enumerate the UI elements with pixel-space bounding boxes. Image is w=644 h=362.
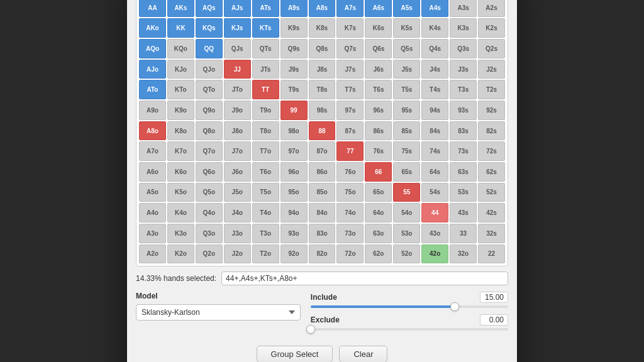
hand-cell-K3s[interactable]: K3s [450,18,477,38]
hand-cell-J6o[interactable]: J6o [224,162,251,182]
hand-cell-84s[interactable]: 84s [421,121,448,141]
hand-cell-64s[interactable]: 64s [421,162,448,182]
hand-cell-K5o[interactable]: K5o [167,183,194,202]
hand-cell-J4s[interactable]: J4s [421,60,448,79]
hand-cell-86o[interactable]: 86o [309,162,336,182]
hand-cell-72o[interactable]: 72o [336,244,364,264]
hand-cell-98s[interactable]: 98s [309,101,336,120]
hand-cell-Q5s[interactable]: Q5s [393,39,420,58]
hand-cell-T4s[interactable]: T4s [421,80,448,99]
hand-cell-T6s[interactable]: T6s [365,80,392,99]
hand-cell-ATo[interactable]: ATo [139,80,166,99]
hand-cell-T4o[interactable]: T4o [252,203,279,222]
hand-cell-J7o[interactable]: J7o [224,141,251,161]
hand-cell-K9s[interactable]: K9s [280,18,308,38]
hand-cell-K7s[interactable]: K7s [336,18,364,38]
hand-cell-Q3o[interactable]: Q3o [196,224,223,243]
hand-cell-KTo[interactable]: KTo [167,80,194,99]
hand-cell-22[interactable]: 22 [478,244,505,264]
hand-cell-J2s[interactable]: J2s [478,60,505,79]
hand-cell-T5o[interactable]: T5o [252,183,279,202]
hand-cell-J2o[interactable]: J2o [224,244,251,264]
hand-cell-JTo[interactable]: JTo [224,80,251,99]
hand-cell-KJs[interactable]: KJs [224,18,251,38]
hand-cell-Q6s[interactable]: Q6s [365,39,392,58]
hand-cell-85o[interactable]: 85o [309,183,336,202]
hand-cell-ATs[interactable]: ATs [252,0,279,17]
hand-cell-J8s[interactable]: J8s [309,60,336,79]
hand-cell-A4o[interactable]: A4o [139,203,166,222]
hand-cell-43o[interactable]: 43o [421,224,448,243]
hand-cell-73s[interactable]: 73s [450,141,477,161]
hand-cell-T7o[interactable]: T7o [252,141,279,161]
hand-cell-73o[interactable]: 73o [336,224,364,243]
hand-cell-K4o[interactable]: K4o [167,203,194,222]
hand-cell-A4s[interactable]: A4s [421,0,448,17]
hand-cell-AQs[interactable]: AQs [196,0,223,17]
hand-cell-J3o[interactable]: J3o [224,224,251,243]
hand-cell-54s[interactable]: 54s [421,183,448,202]
hand-cell-93s[interactable]: 93s [450,101,477,120]
hand-cell-54o[interactable]: 54o [393,203,420,222]
hand-cell-99[interactable]: 99 [280,101,308,120]
hand-cell-Q4s[interactable]: Q4s [421,39,448,58]
hand-cell-Q9o[interactable]: Q9o [196,101,223,120]
hand-cell-KJo[interactable]: KJo [167,60,194,79]
hand-cell-T3s[interactable]: T3s [450,80,477,99]
hand-cell-Q9s[interactable]: Q9s [280,39,308,58]
hand-cell-75o[interactable]: 75o [336,183,364,202]
hand-cell-72s[interactable]: 72s [478,141,505,161]
hand-cell-Q7o[interactable]: Q7o [196,141,223,161]
hand-cell-A9o[interactable]: A9o [139,101,166,120]
hand-cell-74s[interactable]: 74s [421,141,448,161]
hand-cell-T9s[interactable]: T9s [280,80,308,99]
hand-cell-A9s[interactable]: A9s [280,0,308,17]
hand-cell-76o[interactable]: 76o [336,162,364,182]
hand-cell-95s[interactable]: 95s [393,101,420,120]
hand-cell-K6o[interactable]: K6o [167,162,194,182]
hand-cell-77[interactable]: 77 [336,141,364,161]
hand-cell-88[interactable]: 88 [309,121,336,141]
hand-cell-84o[interactable]: 84o [309,203,336,222]
hand-cell-87o[interactable]: 87o [309,141,336,161]
hand-cell-T2o[interactable]: T2o [252,244,279,264]
hand-cell-53o[interactable]: 53o [393,224,420,243]
hand-cell-T9o[interactable]: T9o [252,101,279,120]
hand-cell-T7s[interactable]: T7s [336,80,364,99]
hand-cell-Q3s[interactable]: Q3s [450,39,477,58]
exclude-track[interactable] [311,328,508,331]
hand-cell-QTo[interactable]: QTo [196,80,223,99]
hand-cell-K3o[interactable]: K3o [167,224,194,243]
hand-cell-KK[interactable]: KK [167,18,194,38]
hand-cell-KTs[interactable]: KTs [252,18,279,38]
hand-cell-A8s[interactable]: A8s [309,0,336,17]
hand-cell-T2s[interactable]: T2s [478,80,505,99]
hand-cell-44[interactable]: 44 [421,203,448,222]
hand-cell-T6o[interactable]: T6o [252,162,279,182]
hand-cell-32s[interactable]: 32s [478,224,505,243]
hand-cell-A7s[interactable]: A7s [336,0,364,17]
hand-cell-KQo[interactable]: KQo [167,39,194,58]
hand-cell-K8s[interactable]: K8s [309,18,336,38]
hand-cell-63o[interactable]: 63o [365,224,392,243]
hand-cell-92s[interactable]: 92s [478,101,505,120]
hand-cell-62s[interactable]: 62s [478,162,505,182]
hand-cell-Q7s[interactable]: Q7s [336,39,364,58]
hand-cell-94s[interactable]: 94s [421,101,448,120]
hand-cell-83s[interactable]: 83s [450,121,477,141]
hand-cell-Q5o[interactable]: Q5o [196,183,223,202]
hand-cell-K8o[interactable]: K8o [167,121,194,141]
hand-cell-Q8o[interactable]: Q8o [196,121,223,141]
hand-cell-Q2s[interactable]: Q2s [478,39,505,58]
hand-cell-43s[interactable]: 43s [450,203,477,222]
hand-cell-K2o[interactable]: K2o [167,244,194,264]
hand-cell-T3o[interactable]: T3o [252,224,279,243]
hand-cell-QJo[interactable]: QJo [196,60,223,79]
exclude-thumb[interactable] [306,325,315,334]
hand-cell-T8o[interactable]: T8o [252,121,279,141]
hand-cell-63s[interactable]: 63s [450,162,477,182]
hand-cell-83o[interactable]: 83o [309,224,336,243]
hand-cell-AKs[interactable]: AKs [167,0,194,17]
hand-cell-A6o[interactable]: A6o [139,162,166,182]
hand-cell-52o[interactable]: 52o [393,244,420,264]
